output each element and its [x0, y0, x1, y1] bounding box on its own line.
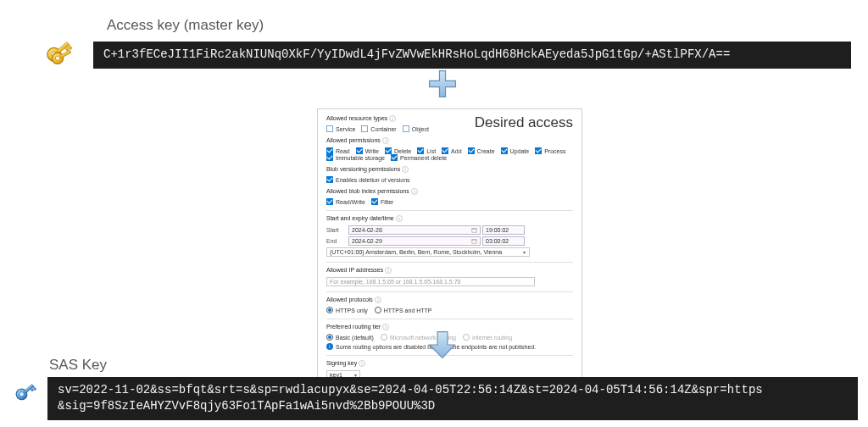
divider	[326, 262, 573, 263]
svg-text:i: i	[414, 189, 415, 194]
svg-rect-18	[472, 228, 476, 232]
sas-key-row: sv=2022-11-02&ss=bfqt&srt=s&sp=rwdlacupy…	[14, 377, 858, 420]
permdelete-checkbox[interactable]	[391, 154, 398, 161]
info-icon: i	[402, 166, 409, 174]
start-date-input[interactable]: 2024-02-28	[348, 225, 481, 235]
panel-overlay-title: Desired access	[475, 114, 573, 131]
info-icon: i	[389, 115, 396, 123]
dates-label: Start and expiry date/time i	[326, 215, 573, 223]
internet-routing-radio	[463, 334, 470, 341]
info-icon: i	[375, 297, 381, 304]
end-label: End	[326, 238, 348, 244]
list-checkbox[interactable]	[417, 147, 424, 154]
svg-text:i: i	[405, 167, 406, 172]
basic-radio[interactable]	[326, 334, 333, 341]
svg-text:i: i	[385, 138, 386, 143]
ms-routing-radio	[381, 334, 387, 341]
write-checkbox[interactable]	[356, 147, 363, 154]
blob-versioning-label: Blob versioning permissions i	[326, 166, 573, 174]
object-checkbox[interactable]	[403, 125, 409, 132]
blob-versioning-section: Blob versioning permissions i Enables de…	[326, 166, 573, 183]
blob-index-label: Allowed blob index permissions i	[326, 188, 573, 196]
key-icon	[14, 380, 42, 416]
info-icon: i	[382, 137, 389, 145]
sas-key-section: SAS Key sv=2022-11-02&ss=bfqt&	[14, 357, 858, 420]
timezone-select[interactable]: (UTC+01:00) Amsterdam, Berlin, Bern, Rom…	[326, 247, 530, 257]
permissions-section: Allowed permissions i Read Write Delete …	[326, 137, 573, 161]
info-icon: i	[385, 267, 392, 274]
enables-deletion-checkbox[interactable]	[326, 176, 333, 183]
info-icon: i	[326, 343, 333, 350]
sas-key-label: SAS Key	[49, 357, 858, 374]
divider	[326, 291, 573, 292]
svg-text:i: i	[377, 297, 378, 302]
access-key-label: Access key (master key)	[107, 17, 851, 34]
https-http-radio[interactable]	[375, 307, 381, 313]
svg-text:i: i	[386, 324, 387, 330]
filter-checkbox[interactable]	[371, 198, 378, 205]
info-icon: i	[382, 324, 389, 331]
update-checkbox[interactable]	[501, 147, 508, 154]
blob-index-section: Allowed blob index permissions i Read/Wr…	[326, 188, 573, 205]
create-checkbox[interactable]	[468, 147, 475, 154]
end-date-input[interactable]: 2024-02-29	[348, 236, 481, 246]
plus-icon	[426, 68, 459, 100]
access-key-section: Access key (master key)	[44, 17, 851, 73]
svg-text:i: i	[392, 116, 393, 121]
access-key-value: C+1r3fECeJII1FiRc2akNIUNq0XkF/YyIDwdL4jF…	[93, 42, 851, 69]
calendar-icon	[471, 238, 477, 244]
svg-rect-33	[31, 389, 34, 392]
ip-label: Allowed IP addresses i	[326, 267, 573, 274]
https-only-radio[interactable]	[326, 307, 333, 313]
svg-rect-3	[65, 47, 70, 51]
delete-checkbox[interactable]	[385, 147, 392, 154]
sas-key-value: sv=2022-11-02&ss=bfqt&srt=s&sp=rwdlacupy…	[47, 377, 858, 420]
readwrite-checkbox[interactable]	[326, 198, 333, 205]
protocols-section: Allowed protocols i HTTPS only HTTPS and…	[326, 297, 573, 313]
start-label: Start	[326, 227, 348, 233]
immutable-checkbox[interactable]	[326, 154, 333, 161]
process-checkbox[interactable]	[535, 147, 542, 154]
protocols-label: Allowed protocols i	[326, 297, 573, 304]
info-icon: i	[396, 215, 403, 223]
ip-section: Allowed IP addresses i For example, 168.…	[326, 267, 573, 286]
svg-text:i: i	[398, 216, 399, 221]
dates-section: Start and expiry date/time i Start 2024-…	[326, 215, 573, 257]
start-time-input[interactable]: 19:00:02	[482, 225, 525, 235]
container-checkbox[interactable]	[361, 125, 368, 132]
add-checkbox[interactable]	[442, 147, 448, 154]
permissions-label: Allowed permissions i	[326, 137, 573, 145]
ip-input[interactable]: For example, 168.1.5.65 or 168.1.5.65-16…	[326, 277, 535, 286]
divider	[326, 319, 573, 319]
svg-rect-20	[472, 239, 476, 243]
svg-text:i: i	[388, 268, 389, 273]
info-icon: i	[411, 188, 418, 196]
key-icon	[44, 37, 80, 73]
end-time-input[interactable]: 03:00:02	[482, 236, 525, 246]
calendar-icon	[471, 227, 477, 233]
divider	[326, 210, 573, 211]
service-checkbox[interactable]	[326, 125, 333, 132]
